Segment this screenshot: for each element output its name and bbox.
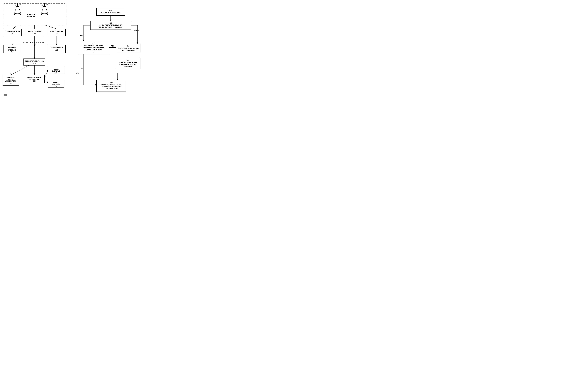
svg-rect-20	[48, 29, 66, 36]
svg-text:CURRENT FOCAL TIME?: CURRENT FOCAL TIME?	[85, 49, 103, 50]
svg-text:DEVICE DISCOVERY: DEVICE DISCOVERY	[27, 30, 42, 32]
svg-marker-5	[41, 3, 48, 14]
svg-marker-46	[11, 73, 12, 75]
svg-rect-37	[48, 45, 66, 53]
svg-marker-69	[47, 81, 48, 83]
svg-text:610: 610	[109, 22, 112, 24]
svg-text:240: 240	[55, 86, 57, 87]
svg-text:OVERLAYS: OVERLAYS	[8, 49, 16, 51]
svg-text:NETWORK: NETWORK	[27, 13, 36, 15]
svg-marker-103	[128, 56, 129, 58]
svg-rect-54	[24, 75, 45, 83]
svg-marker-86	[137, 42, 138, 44]
svg-marker-95	[115, 47, 116, 48]
svg-text:DEVICE MODELS: DEVICE MODELS	[51, 47, 63, 49]
svg-text:230: 230	[33, 80, 36, 82]
svg-text:LOAD NETWORK MODEL: LOAD NETWORK MODEL	[119, 62, 137, 63]
svg-text:SELECT KEYFRAME BEFORE: SELECT KEYFRAME BEFORE	[118, 47, 139, 49]
svg-text:220: 220	[33, 62, 36, 64]
svg-text:IS NEW FOCAL TIME AHEAD: IS NEW FOCAL TIME AHEAD	[84, 44, 104, 46]
svg-text:CONSOLE: CONSOLE	[7, 76, 15, 78]
left-diagram: NETWORK DEVICES DATA MONITORING 207 DEVI…	[0, 0, 76, 101]
svg-text:615: 615	[93, 42, 95, 44]
right-diagram: 605 RECEIVE NEW FOCAL TIME 610 IS NEW FO…	[76, 0, 148, 101]
svg-marker-1	[14, 3, 21, 14]
svg-text:DATA MONITORING: DATA MONITORING	[6, 30, 20, 32]
svg-point-2	[14, 13, 21, 15]
svg-marker-112	[117, 79, 118, 80]
svg-line-45	[11, 66, 29, 75]
svg-text:205: 205	[33, 44, 36, 46]
svg-text:YES: YES	[111, 45, 114, 47]
svg-text:OF NEXT KEYFRAME AFTER: OF NEXT KEYFRAME AFTER	[84, 47, 104, 48]
svg-text:600: 600	[76, 73, 79, 74]
svg-rect-33	[3, 45, 21, 53]
svg-marker-75	[110, 20, 111, 21]
svg-text:625: 625	[127, 45, 129, 47]
svg-line-68	[45, 80, 48, 83]
svg-text:212: 212	[56, 33, 58, 34]
svg-text:RENDERER: RENDERER	[52, 84, 60, 85]
svg-line-13	[45, 25, 57, 29]
svg-text:IS NEW FOCAL TIME AHEAD OR: IS NEW FOCAL TIME AHEAD OR	[99, 24, 122, 26]
svg-text:NO: NO	[81, 68, 83, 69]
svg-text:CLIENT: CLIENT	[8, 78, 14, 80]
svg-text:DEVICES: DEVICES	[27, 16, 35, 18]
svg-text:OVERLAYS: OVERLAYS	[52, 70, 60, 72]
svg-text:235: 235	[55, 72, 57, 74]
svg-point-3	[17, 3, 18, 4]
svg-rect-97	[116, 44, 140, 52]
svg-rect-62	[48, 80, 64, 88]
svg-text:BEHIND: BEHIND	[134, 30, 139, 31]
svg-text:REPLAY NETWORK EVENTS: REPLAY NETWORK EVENTS	[101, 84, 121, 86]
svg-marker-48	[34, 74, 35, 75]
svg-line-11	[13, 25, 18, 29]
svg-point-7	[44, 3, 45, 4]
svg-text:605: 605	[109, 10, 112, 11]
svg-text:?: ?	[93, 51, 94, 52]
svg-text:214: 214	[11, 51, 13, 53]
svg-rect-0	[4, 3, 66, 25]
svg-text:NEW FOCAL TIME: NEW FOCAL TIME	[105, 88, 118, 90]
svg-text:BEHIND CURRENT FOCAL TIME?: BEHIND CURRENT FOCAL TIME?	[99, 26, 123, 28]
svg-marker-82	[83, 40, 84, 41]
svg-text:207: 207	[12, 33, 14, 34]
svg-rect-14	[4, 29, 22, 36]
svg-text:NETWORK: NETWORK	[8, 47, 16, 49]
svg-text:VISUAL: VISUAL	[53, 68, 59, 70]
svg-text:AHEAD: AHEAD	[80, 34, 86, 36]
svg-text:APPLICATION: APPLICATION	[30, 78, 39, 80]
svg-marker-67	[47, 70, 48, 72]
svg-text:DEVICE: DEVICE	[53, 82, 59, 84]
svg-marker-26	[12, 44, 14, 45]
svg-text:NETWORK DATA REPOSITORY: NETWORK DATA REPOSITORY	[24, 42, 46, 44]
svg-marker-41	[34, 57, 35, 59]
svg-text:225: 225	[10, 82, 12, 84]
svg-text:630: 630	[127, 59, 129, 61]
svg-rect-71	[97, 8, 125, 16]
svg-text:GRAPHICAL CLIENT: GRAPHICAL CLIENT	[27, 76, 42, 78]
svg-line-66	[45, 71, 48, 78]
svg-text:620: 620	[110, 82, 113, 84]
svg-point-6	[41, 13, 48, 15]
svg-marker-117	[95, 84, 97, 86]
svg-text:EVENT CAPTURE: EVENT CAPTURE	[51, 30, 63, 32]
svg-marker-32	[56, 44, 57, 45]
svg-rect-49	[3, 75, 19, 86]
svg-rect-118	[97, 80, 126, 92]
svg-rect-58	[48, 67, 64, 74]
svg-text:APPLICATIONS: APPLICATIONS	[5, 80, 16, 82]
svg-rect-88	[78, 41, 109, 54]
svg-rect-76	[90, 21, 131, 30]
svg-text:215: 215	[56, 49, 58, 51]
svg-text:210: 210	[33, 33, 36, 34]
svg-rect-17	[25, 29, 44, 36]
svg-text:FROM CURRENT STATE TO: FROM CURRENT STATE TO	[102, 86, 121, 88]
svg-rect-42	[24, 59, 45, 66]
svg-text:KEYFRAME: KEYFRAME	[124, 66, 132, 67]
svg-rect-104	[116, 58, 140, 69]
svg-text:NEW FOCAL TIME: NEW FOCAL TIME	[122, 49, 135, 51]
svg-marker-30	[34, 45, 35, 46]
svg-text:RECEIVE NEW FOCAL TIME: RECEIVE NEW FOCAL TIME	[101, 12, 120, 14]
svg-text:REPOSITORY PROTOCOL: REPOSITORY PROTOCOL	[25, 60, 44, 62]
